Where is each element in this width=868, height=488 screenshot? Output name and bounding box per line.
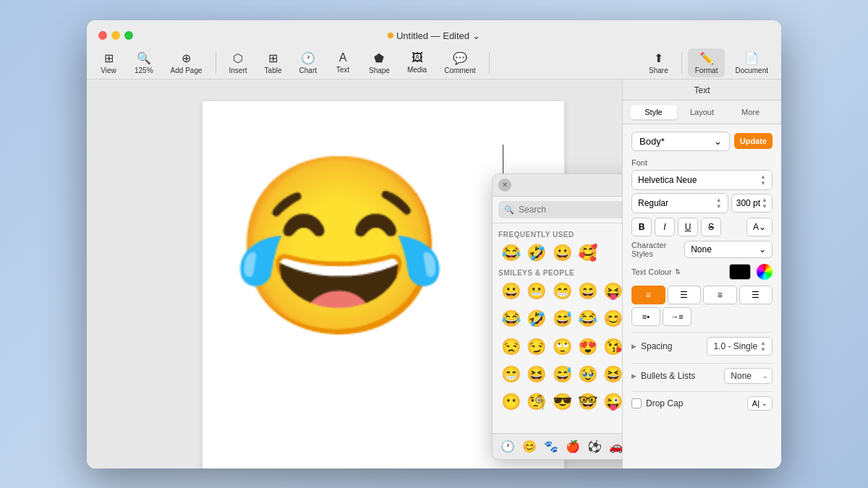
- footer-smileys-icon[interactable]: 😊: [520, 437, 539, 455]
- emoji-cell[interactable]: 😬: [524, 280, 548, 303]
- emoji-cell[interactable]: 😜: [601, 390, 622, 414]
- right-panel: Text Style Layout More Body* ⌄ Update Fo…: [622, 80, 781, 468]
- emoji-search-input[interactable]: [498, 201, 622, 218]
- emoji-cell[interactable]: 😎: [550, 390, 574, 414]
- italic-button[interactable]: I: [655, 218, 675, 236]
- emoji-cell[interactable]: 🥹: [575, 363, 600, 386]
- font-style-size-row: Regular ▲▼ 300 pt ▲▼: [631, 193, 773, 213]
- footer-travel-icon[interactable]: 🚗: [607, 437, 622, 455]
- emoji-cell[interactable]: 😝: [601, 280, 622, 303]
- paragraph-style-value: Body*: [639, 136, 665, 147]
- emoji-cell[interactable]: 😶: [498, 390, 523, 414]
- window-title-text: Untitled — Edited: [396, 30, 469, 41]
- shape-button[interactable]: ⬟ Shape: [362, 48, 397, 77]
- footer-activities-icon[interactable]: ⚽: [585, 437, 604, 455]
- emoji-cell[interactable]: 😁: [550, 280, 574, 303]
- emoji-cell[interactable]: 😆: [601, 363, 622, 386]
- emoji-cell[interactable]: 😄: [575, 280, 600, 303]
- emoji-cell[interactable]: 😀: [550, 241, 574, 265]
- style-stepper: ▲▼: [716, 197, 722, 210]
- smileys-grid-4: 😁 😆 😅 🥹 😆 😋 🤩: [498, 363, 622, 386]
- font-name-select[interactable]: Helvetica Neue ▲▼: [631, 170, 773, 190]
- insert-button[interactable]: ⬡ Insert: [222, 48, 255, 77]
- chart-button[interactable]: 🕐 Chart: [292, 48, 324, 77]
- font-style-select[interactable]: Regular ▲▼: [631, 193, 728, 213]
- emoji-content: 😂: [231, 159, 448, 333]
- emoji-cell[interactable]: 😅: [550, 363, 574, 386]
- chart-label: Chart: [299, 67, 317, 74]
- dropcap-checkbox[interactable]: [631, 398, 642, 408]
- format-button[interactable]: ✏️ Format: [688, 48, 726, 77]
- align-justify-button[interactable]: ☰: [739, 286, 773, 304]
- media-label: Media: [407, 66, 427, 74]
- emoji-cell[interactable]: 😏: [524, 335, 548, 359]
- dropcap-style-button[interactable]: A| ⌄: [747, 396, 773, 411]
- font-section-label: Font: [631, 158, 773, 167]
- emoji-cell[interactable]: 😊: [601, 307, 622, 330]
- media-button[interactable]: 🖼 Media: [400, 48, 434, 77]
- unordered-list-button[interactable]: ≡•: [631, 307, 660, 326]
- emoji-cell[interactable]: 😂: [575, 307, 600, 330]
- emoji-cell[interactable]: 😒: [498, 335, 523, 359]
- comment-button[interactable]: 💬 Comment: [437, 48, 482, 77]
- tab-style[interactable]: Style: [630, 105, 677, 119]
- picker-body[interactable]: FREQUENTLY USED 😂 🤣 😀 🥰 SMILEYS & PEOPLE…: [493, 223, 622, 433]
- emoji-cell[interactable]: 😂: [498, 241, 523, 265]
- minimize-button[interactable]: [111, 31, 120, 40]
- spacing-value[interactable]: 1.0 - Single ▲▼: [707, 337, 773, 356]
- emoji-cell[interactable]: 😁: [498, 363, 523, 386]
- table-button[interactable]: ⊞ Table: [258, 48, 289, 77]
- spacing-value-text: 1.0 - Single: [713, 341, 757, 351]
- align-center-button[interactable]: ☰: [668, 286, 702, 304]
- character-styles-select[interactable]: None ⌄: [684, 241, 773, 258]
- picker-close-button[interactable]: ✕: [498, 179, 511, 192]
- emoji-cell[interactable]: 😅: [550, 307, 574, 330]
- emoji-cell[interactable]: 😀: [498, 280, 523, 303]
- indent-button[interactable]: →≡: [663, 307, 692, 326]
- tab-layout[interactable]: Layout: [678, 105, 726, 119]
- emoji-cell[interactable]: 🤓: [575, 390, 600, 414]
- underline-button[interactable]: U: [678, 218, 698, 236]
- footer-recent-icon[interactable]: 🕐: [498, 437, 517, 455]
- add-page-button[interactable]: ⊕ Add Page: [163, 48, 210, 77]
- font-size-control[interactable]: 300 pt ▲▼: [731, 194, 773, 213]
- document-area[interactable]: 😂 ✕ ⊞ 🔍 FREQUENTLY USED 😂: [87, 80, 622, 468]
- tab-more[interactable]: More: [727, 105, 774, 119]
- bullets-row[interactable]: ▶ Bullets & Lists None ⌄: [631, 363, 773, 388]
- emoji-cell[interactable]: 🧐: [524, 390, 548, 414]
- view-button[interactable]: ⊞ View: [93, 48, 124, 77]
- emoji-cell[interactable]: 😂: [498, 307, 523, 330]
- share-icon: ⬆: [654, 51, 663, 65]
- bullets-label: Bullets & Lists: [641, 371, 720, 381]
- emoji-cell[interactable]: 🙄: [550, 335, 574, 359]
- emoji-cell[interactable]: 🤣: [524, 241, 548, 265]
- emoji-cell[interactable]: 😘: [601, 335, 622, 359]
- footer-animals-icon[interactable]: 🐾: [542, 437, 561, 455]
- color-swatch[interactable]: [729, 264, 751, 280]
- emoji-cell[interactable]: 🤣: [524, 307, 548, 330]
- emoji-cell[interactable]: 😍: [575, 335, 600, 359]
- close-button[interactable]: [98, 31, 107, 40]
- maximize-button[interactable]: [124, 31, 133, 40]
- chevron-down-icon: ⌄: [759, 244, 766, 254]
- update-button[interactable]: Update: [734, 133, 773, 149]
- text-button[interactable]: A Text: [327, 48, 359, 77]
- document-button[interactable]: 📄 Document: [728, 48, 775, 77]
- color-wheel[interactable]: [757, 264, 773, 280]
- more-text-format-button[interactable]: A⌄: [746, 218, 773, 236]
- footer-food-icon[interactable]: 🍎: [563, 437, 582, 455]
- share-button[interactable]: ⬆ Share: [642, 48, 676, 77]
- strikethrough-button[interactable]: S: [701, 218, 721, 236]
- bold-button[interactable]: B: [631, 218, 652, 236]
- zoom-button[interactable]: 🔍 125%: [127, 48, 161, 77]
- emoji-cell[interactable]: 🥰: [575, 241, 600, 265]
- paragraph-style-dropdown[interactable]: Body* ⌄: [631, 132, 730, 151]
- bullets-value-text: None: [731, 371, 752, 381]
- document-label: Document: [735, 67, 768, 74]
- spacing-row[interactable]: ▶ Spacing 1.0 - Single ▲▼: [631, 332, 773, 360]
- align-left-button[interactable]: ≡: [631, 286, 665, 304]
- add-page-icon: ⊕: [182, 51, 191, 65]
- align-right-button[interactable]: ≡: [703, 286, 737, 304]
- emoji-cell[interactable]: 😆: [524, 363, 548, 386]
- dropcap-icon: A|: [752, 399, 760, 408]
